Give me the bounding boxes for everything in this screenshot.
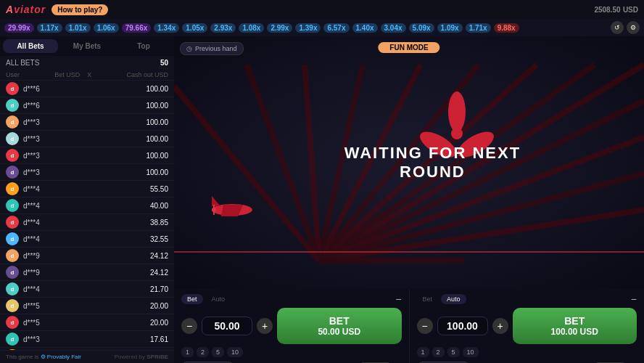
user-name: d***4	[23, 235, 131, 243]
quick-amt-1-2[interactable]: 2	[197, 347, 209, 357]
previous-hand-button[interactable]: ◷ Previous hand	[180, 42, 244, 55]
avatar: d	[6, 282, 19, 295]
mult-item[interactable]: 29.99x	[4, 23, 34, 33]
quick-amt-2-10[interactable]: 10	[463, 347, 479, 357]
balance-display: 2508.50 USD	[594, 4, 638, 15]
bet-amount: 55.50	[136, 185, 168, 193]
bet-decrease-2[interactable]: −	[417, 318, 433, 334]
mult-item[interactable]: 1.05x	[182, 23, 207, 33]
bet-decrease-1[interactable]: −	[181, 318, 197, 334]
right-panel: ◷ Previous hand FUN MODE WAITING FOR NEX…	[174, 36, 644, 363]
bet-amount: 40.00	[136, 202, 168, 210]
mult-item[interactable]: 1.17x	[37, 23, 62, 33]
avatar: d	[6, 149, 19, 162]
mult-item[interactable]: 1.06x	[94, 23, 119, 33]
avatar: d	[6, 166, 19, 179]
table-row: d d***5 20.00	[0, 298, 174, 314]
bet-btn-amount-2: 100.00 USD	[527, 327, 623, 337]
mult-item[interactable]: 1.34x	[154, 23, 179, 33]
svg-line-12	[319, 210, 644, 261]
svg-point-21	[212, 208, 216, 212]
bet-input-2[interactable]	[437, 317, 488, 335]
mult-item[interactable]: 2.93x	[210, 23, 236, 33]
prev-hand-label: Previous hand	[195, 45, 237, 52]
bet-amount: 20.00	[136, 319, 168, 327]
avatar: d	[6, 199, 19, 212]
bet-tab-auto-1[interactable]: Auto	[206, 294, 231, 304]
bet-input-1[interactable]	[202, 317, 252, 335]
user-name: d***4	[23, 219, 131, 227]
table-row: d d***4 21.70	[0, 281, 174, 298]
bet-tab-bet-2[interactable]: Bet	[417, 294, 439, 304]
bets-list: d d***6 100.00 d d***6 100.00 d d***3 10…	[0, 81, 174, 350]
bet-increase-1[interactable]: +	[257, 318, 273, 334]
bets-title: ALL BETS	[6, 59, 39, 67]
table-row: d d***3 100.00	[0, 147, 174, 164]
bet-button-1[interactable]: BET 50.00 USD	[277, 308, 402, 344]
quick-amt-1-10[interactable]: 10	[227, 347, 243, 357]
bet-button-2[interactable]: BET 100.00 USD	[513, 308, 637, 344]
bet-amount: 20.00	[136, 302, 168, 310]
svg-line-7	[247, 65, 319, 261]
bet-amount: 17.61	[136, 335, 168, 343]
bet-increase-2[interactable]: +	[492, 318, 508, 334]
balance-amount: 2508.50	[594, 6, 620, 14]
bet-amount: 32.55	[136, 235, 168, 243]
mult-item[interactable]: 6.57x	[323, 23, 349, 33]
tabs-bar: All Bets My Bets Top	[0, 36, 174, 56]
avatar: d	[6, 316, 19, 329]
tab-all-bets[interactable]: All Bets	[3, 39, 58, 53]
mult-item[interactable]: 1.08x	[239, 23, 264, 33]
quick-amt-2-2[interactable]: 2	[432, 347, 445, 357]
panel-2-close[interactable]: −	[631, 293, 637, 305]
table-row: d d***9 24.12	[0, 264, 174, 281]
strip-icon-1[interactable]: ↺	[611, 21, 624, 34]
mult-item[interactable]: 1.09x	[437, 23, 463, 33]
table-row: d d***3 100.00	[0, 131, 174, 147]
mult-item[interactable]: 1.01x	[65, 23, 91, 33]
strip-icon-2[interactable]: ⚙	[627, 21, 640, 34]
bet-tab-bet-1[interactable]: Bet	[181, 294, 203, 304]
quick-amt-1-1[interactable]: 1	[181, 347, 194, 357]
tab-top[interactable]: Top	[116, 39, 171, 53]
mult-item[interactable]: 3.04x	[381, 23, 406, 33]
how-to-play-button[interactable]: How to play?	[51, 4, 108, 15]
mult-item[interactable]: 5.09x	[409, 23, 434, 33]
mult-item[interactable]: 1.40x	[352, 23, 378, 33]
avatar: d	[6, 82, 19, 95]
mult-item[interactable]: 1.39x	[295, 23, 321, 33]
bet-amount: 100.00	[136, 152, 168, 160]
panel-1-close[interactable]: −	[395, 293, 401, 305]
tab-my-bets[interactable]: My Bets	[59, 39, 115, 53]
bet-btn-label-2: BET	[527, 315, 623, 327]
table-row: d d***4 38.85	[0, 214, 174, 231]
mult-item[interactable]: 79.66x	[122, 23, 152, 33]
quick-amt-2-1[interactable]: 1	[417, 347, 429, 357]
user-name: d***9	[23, 252, 131, 260]
col-cashout: Cash out USD	[126, 71, 168, 78]
table-row: d d***6 100.00	[0, 97, 174, 114]
currency-label: USD	[623, 6, 638, 14]
provably-fair-link[interactable]: ⚙ Provably Fair	[41, 354, 81, 360]
bet-controls-1: − + BET 50.00 USD	[181, 308, 402, 344]
mult-item[interactable]: 9.88x	[494, 23, 519, 33]
user-name: d***3	[23, 118, 131, 126]
bet-btn-label-1: BET	[292, 315, 387, 327]
bets-count: 50	[160, 59, 168, 67]
strip-right-controls: ↺ ⚙	[611, 21, 640, 34]
user-name: d***4	[23, 202, 131, 210]
table-row: d d***4 55.50	[0, 181, 174, 197]
avatar: d	[6, 249, 19, 262]
avatar: d	[6, 132, 19, 145]
bet-amount: 21.70	[136, 285, 168, 293]
bet-tab-auto-2[interactable]: Auto	[441, 294, 466, 304]
fun-mode-badge: FUN MODE	[378, 42, 439, 53]
avatar: d	[6, 216, 19, 229]
mult-item[interactable]: 2.99x	[267, 23, 292, 33]
bet-panel-2-top: Bet Auto −	[417, 293, 637, 305]
mult-item[interactable]: 1.71x	[466, 23, 491, 33]
history-icon: ◷	[186, 45, 192, 52]
quick-amt-1-5[interactable]: 5	[212, 347, 224, 357]
table-row: d d***9 24.12	[0, 248, 174, 264]
quick-amt-2-5[interactable]: 5	[447, 347, 460, 357]
